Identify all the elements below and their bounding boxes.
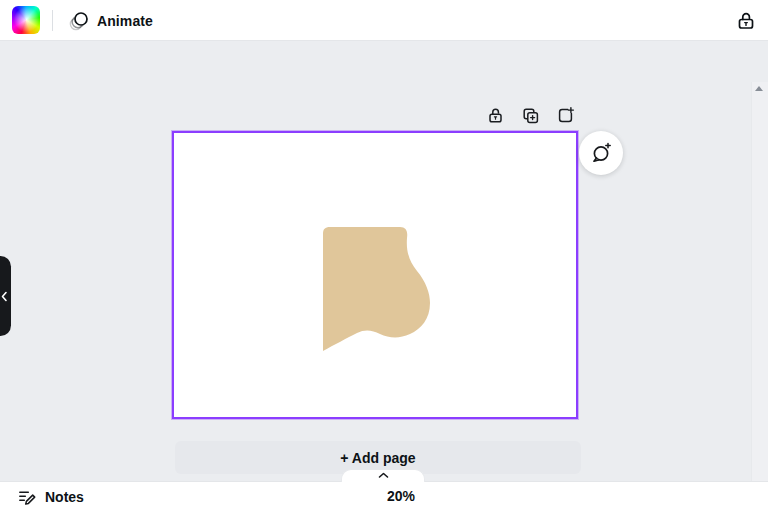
add-comment-button[interactable] bbox=[579, 131, 623, 175]
scroll-up-arrow[interactable] bbox=[755, 86, 763, 91]
canvas-page[interactable] bbox=[172, 131, 578, 419]
toolbar-divider bbox=[52, 10, 53, 31]
chevron-left-icon bbox=[1, 291, 8, 302]
add-page-button-label: + Add page bbox=[340, 450, 415, 466]
blob-shape[interactable] bbox=[320, 225, 433, 351]
chevron-up-icon bbox=[378, 472, 389, 479]
sidebar-collapse-handle[interactable] bbox=[0, 256, 11, 336]
workspace: + Add page bbox=[0, 41, 768, 512]
notes-button[interactable]: Notes bbox=[10, 484, 91, 510]
duplicate-page-button[interactable] bbox=[521, 106, 540, 125]
notes-icon bbox=[17, 487, 37, 507]
zoom-level-value: 20% bbox=[378, 488, 424, 504]
animate-button[interactable]: Animate bbox=[60, 5, 161, 36]
bottom-panel-expand-handle[interactable] bbox=[341, 469, 425, 482]
lock-page-button[interactable] bbox=[486, 106, 505, 125]
add-page-icon-button[interactable] bbox=[556, 106, 575, 125]
color-picker-swatch-icon[interactable] bbox=[12, 6, 40, 34]
bottom-statusbar: Notes 20% bbox=[0, 481, 768, 512]
top-toolbar: Animate bbox=[0, 0, 768, 41]
unlock-button[interactable] bbox=[735, 10, 757, 32]
animate-icon bbox=[68, 10, 90, 32]
notes-button-label: Notes bbox=[45, 489, 84, 505]
animate-button-label: Animate bbox=[97, 13, 153, 29]
page-controls bbox=[486, 106, 575, 125]
vertical-scrollbar[interactable] bbox=[751, 82, 768, 497]
